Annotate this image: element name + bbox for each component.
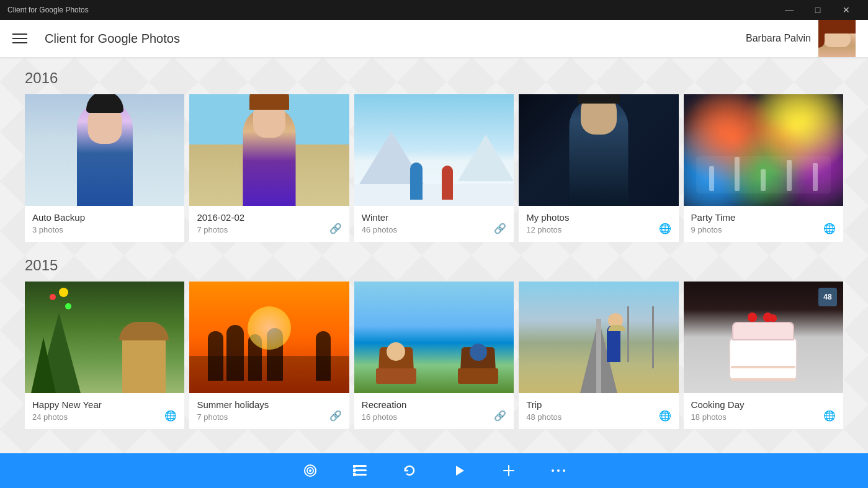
album-info-party: Party Time 9 photos 🌐: [684, 206, 843, 242]
year-label-2016: 2016: [25, 69, 843, 87]
album-name: Happy New Year: [32, 399, 177, 410]
album-image-my-photos: [519, 94, 678, 206]
svg-point-14: [563, 469, 565, 472]
album-count: 46 photos: [362, 225, 506, 234]
share-button[interactable]: [298, 458, 323, 483]
album-image-winter: [354, 94, 514, 206]
album-image-summer: [189, 282, 349, 393]
album-name: Trip: [526, 399, 671, 410]
album-image-new-year: [25, 282, 184, 393]
user-name: Barbara Palvin: [746, 33, 811, 44]
user-section: Barbara Palvin: [746, 20, 856, 57]
minimize-button[interactable]: —: [775, 0, 803, 20]
svg-point-13: [557, 469, 560, 472]
album-info-recreation: Recreation 16 photos 🔗: [354, 393, 514, 429]
album-name: 2016-02-02: [197, 212, 341, 223]
album-info-my-photos: My photos 12 photos 🌐: [519, 206, 678, 242]
app-container: Client for Google Photos Barbara Palvin …: [0, 20, 868, 488]
maximize-button[interactable]: □: [803, 0, 832, 20]
avatar[interactable]: [818, 20, 856, 57]
album-count: 9 photos: [691, 225, 836, 234]
album-info-winter: Winter 46 photos 🔗: [354, 206, 514, 242]
album-image-trip: [519, 282, 678, 393]
window-controls: — □ ✕: [775, 0, 861, 20]
album-name: Winter: [362, 212, 506, 223]
main-content: 2016 Auto Backup 3 photos: [0, 57, 868, 453]
album-card-summer[interactable]: Summer holidays 7 photos 🔗: [189, 282, 349, 429]
album-card-winter[interactable]: Winter 46 photos 🔗: [354, 94, 514, 242]
album-card-party-time[interactable]: Party Time 9 photos 🌐: [684, 94, 843, 242]
album-image-recreation: [354, 282, 514, 393]
album-count: 18 photos: [691, 412, 836, 422]
window-title: Client for Google Photos: [7, 6, 89, 14]
svg-point-8: [353, 473, 356, 477]
add-button[interactable]: [496, 458, 521, 483]
album-count: 16 photos: [362, 412, 506, 422]
album-name: Party Time: [691, 212, 836, 223]
globe-icon: 🌐: [659, 223, 671, 234]
svg-point-12: [552, 469, 554, 472]
album-image-cooking: 48: [684, 282, 843, 393]
album-count: 3 photos: [32, 225, 177, 234]
year-section-2016: 2016 Auto Backup 3 photos: [25, 69, 843, 242]
album-image-2016: [189, 94, 349, 206]
globe-icon: 🌐: [823, 410, 836, 422]
album-grid-2015: Happy New Year 24 photos 🌐: [25, 282, 843, 429]
album-name: My photos: [526, 212, 671, 223]
album-grid-2016: Auto Backup 3 photos 2016-02-02: [25, 94, 843, 242]
album-count: 24 photos: [32, 412, 177, 422]
album-name: Auto Backup: [32, 212, 177, 223]
album-info-auto-backup: Auto Backup 3 photos: [25, 206, 184, 242]
album-name: Summer holidays: [197, 399, 341, 410]
album-card-happy-new-year[interactable]: Happy New Year 24 photos 🌐: [25, 282, 184, 429]
album-image-party: [684, 94, 843, 206]
album-count: 7 photos: [197, 225, 341, 234]
album-info-2016: 2016-02-02 7 photos 🔗: [189, 206, 349, 242]
link-icon: 🔗: [494, 223, 506, 234]
svg-rect-11: [503, 470, 514, 471]
svg-point-2: [309, 469, 311, 472]
more-button[interactable]: [546, 458, 571, 483]
bottom-toolbar: [0, 453, 868, 488]
album-name: Recreation: [362, 399, 506, 410]
list-view-button[interactable]: [347, 458, 372, 483]
menu-button[interactable]: [12, 27, 35, 50]
link-icon: 🔗: [329, 410, 342, 422]
globe-icon: 🌐: [164, 410, 177, 422]
album-info-trip: Trip 48 photos 🌐: [519, 393, 678, 429]
svg-point-6: [353, 465, 356, 468]
album-card-2016-02-02[interactable]: 2016-02-02 7 photos 🔗: [189, 94, 349, 242]
svg-marker-9: [456, 466, 464, 476]
album-count: 12 photos: [526, 225, 671, 234]
year-section-2015: 2015: [25, 257, 843, 429]
album-card-cooking[interactable]: 48 Cooking Day 18 photos 🌐: [684, 282, 843, 429]
album-card-recreation[interactable]: Recreation 16 photos 🔗: [354, 282, 514, 429]
app-title: Client for Google Photos: [45, 32, 746, 46]
album-image-auto-backup: [25, 94, 184, 206]
refresh-button[interactable]: [397, 458, 422, 483]
globe-icon: 🌐: [823, 223, 836, 234]
play-button[interactable]: [447, 458, 472, 483]
album-count: 7 photos: [197, 412, 341, 422]
link-icon: 🔗: [494, 410, 506, 422]
album-info-new-year: Happy New Year 24 photos 🌐: [25, 393, 184, 429]
title-bar: Client for Google Photos — □ ✕: [0, 0, 868, 20]
avatar-image: [818, 20, 856, 57]
link-icon: 🔗: [329, 223, 342, 234]
svg-point-7: [353, 469, 356, 472]
globe-icon: 🌐: [659, 410, 671, 422]
album-card-auto-backup[interactable]: Auto Backup 3 photos: [25, 94, 184, 242]
year-label-2015: 2015: [25, 257, 843, 274]
header: Client for Google Photos Barbara Palvin: [0, 20, 868, 57]
album-name: Cooking Day: [691, 399, 836, 410]
album-info-cooking: Cooking Day 18 photos 🌐: [684, 393, 843, 429]
album-card-my-photos[interactable]: My photos 12 photos 🌐: [519, 94, 678, 242]
album-card-trip[interactable]: Trip 48 photos 🌐: [519, 282, 678, 429]
album-info-summer: Summer holidays 7 photos 🔗: [189, 393, 349, 429]
close-button[interactable]: ✕: [832, 0, 861, 20]
album-count: 48 photos: [526, 412, 671, 422]
